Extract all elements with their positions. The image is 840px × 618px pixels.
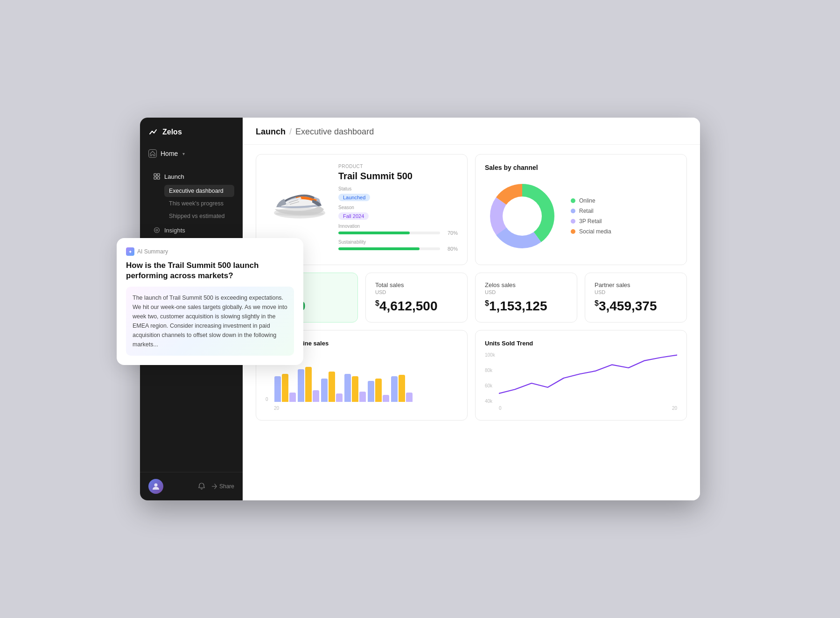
line-y-60k: 60k bbox=[485, 383, 495, 388]
legend-label-social: Social media bbox=[579, 228, 611, 235]
bar-blue-6 bbox=[391, 376, 398, 402]
product-sustainability-row: Sustainability 80% bbox=[338, 239, 458, 252]
metric-zelos-number: 1,153,125 bbox=[489, 299, 547, 313]
notification-icon[interactable] bbox=[198, 482, 205, 491]
metric-partner-currency: $ bbox=[595, 299, 599, 307]
main-content: Launch / Executive dashboard bbox=[243, 118, 700, 500]
avatar[interactable] bbox=[148, 479, 163, 494]
innovation-pct: 70% bbox=[444, 230, 458, 236]
innovation-bar-bg bbox=[338, 232, 440, 234]
metric-sales-value: $4,612,500 bbox=[375, 299, 458, 314]
svg-rect-1 bbox=[157, 174, 160, 176]
product-image bbox=[266, 164, 331, 229]
sidebar-item-insights[interactable]: Insights bbox=[148, 223, 234, 238]
metric-zelos-currency: $ bbox=[485, 299, 489, 307]
bar-group-4 bbox=[344, 374, 366, 402]
sustainability-label: Sustainability bbox=[338, 239, 458, 245]
bar-yellow-5 bbox=[375, 379, 382, 402]
metric-partner-label: Partner sales bbox=[595, 281, 677, 288]
line-chart-title: Units Sold Trend bbox=[485, 340, 677, 347]
chart-legend: Online Retail 3P Retail bbox=[571, 197, 611, 235]
metric-partner-sales: Partner sales USD $3,459,375 bbox=[585, 273, 687, 323]
svg-point-5 bbox=[156, 229, 158, 231]
metric-zelos-value: $1,153,125 bbox=[485, 299, 567, 314]
metric-sales-sublabel: USD bbox=[375, 289, 458, 295]
topbar: Launch / Executive dashboard bbox=[243, 118, 700, 145]
svg-rect-3 bbox=[157, 177, 160, 179]
status-badge: Launched bbox=[338, 194, 370, 201]
x-label: 20 bbox=[274, 406, 279, 411]
sidebar-home[interactable]: Home ▾ bbox=[140, 145, 243, 162]
legend-dot-social bbox=[571, 229, 575, 234]
top-row: Product Trail Summit 500 Status Launched… bbox=[256, 154, 687, 265]
logo-icon bbox=[148, 127, 159, 137]
product-name: Trail Summit 500 bbox=[338, 171, 458, 182]
metric-partner-value: $3,459,375 bbox=[595, 299, 677, 314]
charts-row: Retail vs. online sales 20 0 bbox=[256, 330, 687, 421]
launch-label: Launch bbox=[164, 173, 184, 180]
ai-popup-title: How is the Trail Summit 500 launch perfo… bbox=[140, 260, 294, 281]
legend-dot-retail bbox=[571, 209, 575, 213]
sidebar-sub-progress[interactable]: This week's progress bbox=[164, 197, 234, 210]
bar-group-3 bbox=[321, 372, 343, 402]
line-y-80k: 80k bbox=[485, 368, 495, 373]
ai-popup-header: ✦ AI Summary bbox=[140, 247, 294, 256]
svg-point-4 bbox=[154, 228, 160, 233]
bar-blue-2 bbox=[298, 369, 304, 402]
bar-blue-5 bbox=[368, 381, 374, 402]
ai-popup-body: The launch of Trail Summit 500 is exceed… bbox=[140, 287, 294, 356]
bar-yellow-2 bbox=[305, 367, 312, 402]
metric-partner-sublabel: USD bbox=[595, 289, 677, 295]
bar-x-axis: 20 bbox=[266, 406, 458, 411]
bar-yellow-1 bbox=[282, 374, 288, 402]
bar-yellow-3 bbox=[329, 372, 335, 402]
logo-text: Zelos bbox=[162, 128, 182, 136]
share-label: Share bbox=[219, 483, 234, 490]
status-label: Status bbox=[338, 186, 458, 191]
metric-sales-currency: $ bbox=[375, 299, 379, 307]
bar-group-1 bbox=[274, 374, 296, 402]
bar-purple-1 bbox=[289, 393, 296, 402]
svg-rect-2 bbox=[154, 177, 156, 179]
share-icon[interactable]: Share bbox=[211, 483, 234, 490]
breadcrumb: Launch / Executive dashboard bbox=[256, 127, 687, 137]
bar-purple-3 bbox=[336, 393, 343, 402]
insights-label: Insights bbox=[164, 227, 185, 234]
svg-point-17 bbox=[275, 211, 324, 216]
dashboard-content: Product Trail Summit 500 Status Launched… bbox=[243, 145, 700, 500]
ai-summary-popup: ✦ AI Summary How is the Trail Summit 500… bbox=[140, 238, 303, 365]
metric-sales-number: 4,612,500 bbox=[379, 299, 438, 313]
sustainability-pct: 80% bbox=[444, 246, 458, 252]
legend-3p-retail: 3P Retail bbox=[571, 218, 611, 225]
product-info: Product Trail Summit 500 Status Launched… bbox=[338, 164, 458, 255]
bar-purple-4 bbox=[359, 392, 366, 402]
metric-zelos-label: Zelos sales bbox=[485, 281, 567, 288]
line-y-100k: 100k bbox=[485, 352, 495, 358]
metrics-row: Total units All markets 51,250 Total sal… bbox=[256, 273, 687, 323]
line-y-axis: 100k 80k 60k 40k bbox=[485, 352, 497, 404]
breadcrumb-separator: / bbox=[289, 127, 292, 137]
bar-blue-4 bbox=[344, 374, 351, 402]
metric-zelos-sublabel: USD bbox=[485, 289, 567, 295]
legend-label-online: Online bbox=[579, 197, 595, 204]
legend-label-3p: 3P Retail bbox=[579, 218, 602, 225]
sidebar-sub-executive[interactable]: Executive dashboard bbox=[164, 185, 234, 197]
product-label: Product bbox=[338, 164, 458, 169]
product-innovation-row: Innovation 70% bbox=[338, 224, 458, 236]
footer-icons: Share bbox=[198, 482, 234, 491]
innovation-label: Innovation bbox=[338, 224, 458, 229]
legend-dot-online bbox=[571, 198, 575, 203]
sidebar-sub-shipped[interactable]: Shipped vs estimated bbox=[164, 210, 234, 222]
legend-social: Social media bbox=[571, 228, 611, 235]
bar-purple-5 bbox=[383, 395, 389, 402]
sidebar-footer: Share bbox=[140, 472, 243, 500]
bar-group-6 bbox=[391, 375, 413, 402]
bar-blue-3 bbox=[321, 379, 328, 402]
metric-total-sales: Total sales USD $4,612,500 bbox=[365, 273, 468, 323]
legend-dot-3p bbox=[571, 219, 575, 224]
innovation-bar-fill bbox=[338, 232, 410, 234]
sidebar-item-launch[interactable]: Launch bbox=[148, 169, 234, 184]
season-label: Season bbox=[338, 205, 458, 210]
bar-yellow-6 bbox=[399, 375, 405, 402]
svg-rect-0 bbox=[154, 174, 156, 176]
